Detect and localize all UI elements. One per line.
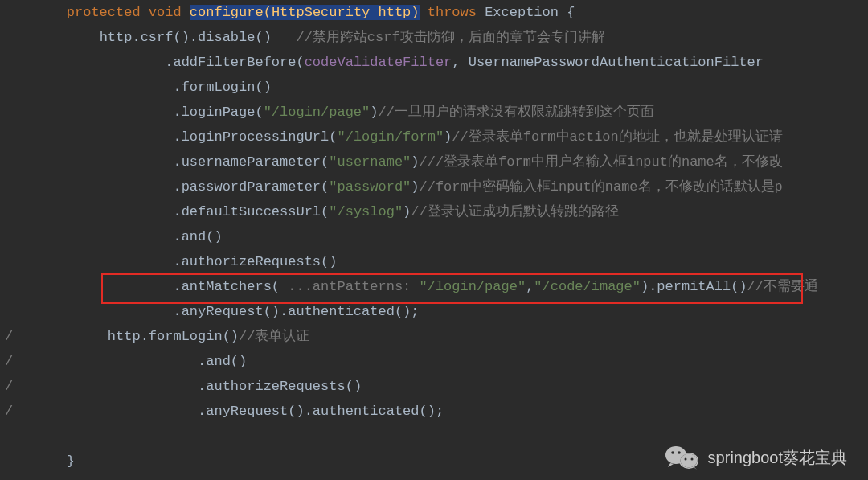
code-line[interactable]: .anyRequest().authenticated();: [0, 299, 868, 324]
code-line[interactable]: .usernameParameter("username")///登录表单for…: [0, 150, 868, 174]
token-kw: void: [149, 5, 190, 20]
token-hl: configure: [190, 5, 264, 20]
token-pr: ): [411, 179, 419, 195]
code-line[interactable]: .loginProcessingUrl("/login/form")//登录表单…: [0, 125, 868, 150]
token-cm: //禁用跨站csrf攻击防御，后面的章节会专门讲解: [296, 30, 604, 45]
token-kw: throws: [428, 5, 477, 20]
token-st: "username": [329, 154, 411, 170]
token-pr: ): [411, 154, 419, 170]
svg-point-5: [678, 451, 681, 454]
svg-point-7: [690, 458, 693, 461]
token-pr: Exception {: [477, 5, 575, 20]
token-pr: .anyRequest().authenticated();: [165, 304, 419, 319]
token-pr: ): [444, 129, 452, 145]
token-cm: //不需要通: [747, 279, 818, 294]
token-cm: //一旦用户的请求没有权限就跳转到这个页面: [378, 105, 653, 120]
token-pr: ): [370, 105, 378, 120]
token-pr: .passwordParameter(: [165, 179, 329, 195]
code-line[interactable]: .defaultSuccessUrl("/syslog")//登录认证成功后默认…: [0, 199, 868, 224]
token-pr: .usernameParameter(: [165, 154, 329, 170]
token-st: "/syslog": [329, 204, 403, 219]
token-pr: ): [403, 204, 411, 219]
token-cm: //登录表单form中action的地址，也就是处理认证请: [452, 129, 782, 145]
token-st: "password": [329, 179, 411, 195]
token-pr: .authorizeRequests(): [198, 379, 362, 394]
token-pp: codeValidateFilter: [305, 55, 452, 70]
code-line[interactable]: .loginPage("/login/page")//一旦用户的请求没有权限就跳…: [0, 100, 868, 125]
token-pr: , UsernamePasswordAuthenticationFilter: [452, 55, 764, 70]
code-line[interactable]: .authorizeRequests()/: [0, 374, 868, 399]
wechat-icon: [665, 445, 700, 470]
code-line[interactable]: .and()/: [0, 349, 868, 374]
code-line[interactable]: .passwordParameter("password")//form中密码输…: [0, 174, 868, 199]
token-pr: }: [67, 453, 75, 469]
gutter-slash: /: [5, 324, 13, 349]
svg-point-4: [671, 451, 674, 454]
token-pr: .anyRequest().authenticated();: [198, 404, 444, 419]
watermark: springboot葵花宝典: [665, 445, 847, 470]
code-line[interactable]: protected void configure(HttpSecurity ht…: [0, 0, 868, 25]
token-pr: [420, 5, 428, 20]
token-pr: .defaultSuccessUrl(: [165, 204, 329, 219]
code-line[interactable]: .authorizeRequests(): [0, 249, 868, 274]
token-pr: .and(): [165, 229, 222, 244]
token-pr: ).permitAll(): [641, 279, 747, 294]
token-kw: protected: [67, 5, 149, 20]
token-cm: //form中密码输入框input的name名，不修改的话默认是p: [420, 179, 783, 195]
token-pr: .and(): [198, 354, 247, 369]
token-st: "/code/image": [534, 279, 641, 294]
gutter-slash: /: [5, 349, 13, 374]
token-st: "/login/page": [264, 105, 371, 120]
token-st: "/login/page": [420, 279, 526, 294]
svg-point-3: [680, 454, 697, 468]
token-pr: .loginPage(: [165, 105, 263, 120]
token-hint: ...antPatterns:: [288, 279, 419, 294]
token-pr: http.formLogin(): [100, 329, 239, 344]
token-pr: .formLogin(): [165, 80, 272, 95]
code-line[interactable]: .and(): [0, 224, 868, 249]
token-pr: http.csrf().disable(): [100, 30, 297, 45]
token-cm: //登录认证成功后默认转跳的路径: [411, 204, 618, 219]
token-cm: //表单认证: [239, 329, 309, 344]
code-line[interactable]: .formLogin(): [0, 75, 868, 100]
svg-point-6: [684, 458, 686, 461]
token-cm: ///登录表单form中用户名输入框input的name名，不修改: [420, 154, 783, 170]
code-line[interactable]: .anyRequest().authenticated();/: [0, 399, 868, 424]
token-pr: .addFilterBefore(: [165, 55, 304, 70]
token-st: "/login/form": [337, 129, 444, 145]
token-pr: .antMatchers(: [165, 279, 288, 294]
token-pr: .authorizeRequests(): [165, 254, 337, 269]
code-area[interactable]: protected void configure(HttpSecurity ht…: [0, 0, 868, 480]
gutter-slash: /: [5, 399, 13, 424]
code-line[interactable]: http.csrf().disable() //禁用跨站csrf攻击防御，后面的…: [0, 25, 868, 50]
code-line[interactable]: .antMatchers( ...antPatterns: "/login/pa…: [0, 274, 868, 299]
gutter-slash: /: [5, 374, 13, 399]
code-editor[interactable]: protected void configure(HttpSecurity ht…: [0, 0, 868, 480]
token-pr: .loginProcessingUrl(: [165, 129, 337, 145]
token-hl: (HttpSecurity http): [264, 5, 420, 20]
watermark-text: springboot葵花宝典: [708, 445, 847, 470]
code-line[interactable]: http.formLogin()//表单认证/: [0, 324, 868, 349]
code-line[interactable]: .addFilterBefore(codeValidateFilter, Use…: [0, 50, 868, 75]
token-pr: ,: [526, 279, 534, 294]
